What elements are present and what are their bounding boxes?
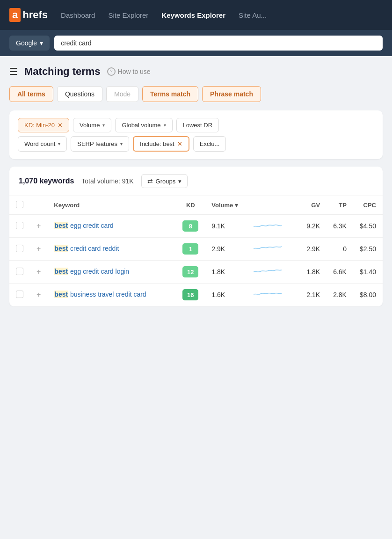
add-keyword-button-0[interactable]: + bbox=[36, 222, 41, 230]
col-header-kd: KD bbox=[176, 196, 205, 215]
keyword-link[interactable]: best credit card reddit bbox=[54, 245, 119, 252]
volume-chevron-icon: ▾ bbox=[102, 123, 105, 128]
word-count-filter-button[interactable]: Word count ▾ bbox=[18, 136, 67, 152]
nav-site-audit[interactable]: Site Au... bbox=[239, 11, 267, 19]
global-volume-filter-button[interactable]: Global volume ▾ bbox=[115, 118, 172, 132]
cpc-value: $4.50 bbox=[360, 222, 376, 230]
keyword-text: egg credit card bbox=[68, 222, 114, 229]
sparkline-chart bbox=[254, 244, 283, 253]
select-all-checkbox[interactable] bbox=[16, 201, 23, 208]
logo-a: a bbox=[9, 8, 21, 22]
search-engine-button[interactable]: Google ▾ bbox=[9, 36, 50, 51]
results-header: 1,070 keywords Total volume: 91K ⇄ Group… bbox=[9, 167, 383, 196]
keyword-link[interactable]: best business travel credit card bbox=[54, 291, 146, 298]
word-count-label: Word count bbox=[24, 140, 55, 147]
sparkline-cell bbox=[247, 261, 298, 284]
table-row: +best credit card reddit12.9K 2.9K0$2.50 bbox=[9, 238, 383, 261]
chevron-down-icon: ▾ bbox=[40, 39, 43, 47]
row-checkbox-2[interactable] bbox=[16, 268, 23, 275]
keyword-link[interactable]: best egg credit card bbox=[54, 222, 113, 229]
exclude-filter-button[interactable]: Exclu... bbox=[193, 136, 226, 152]
tab-all-terms[interactable]: All terms bbox=[9, 86, 53, 102]
search-input[interactable]: credit card bbox=[54, 36, 383, 51]
nav-keywords-explorer[interactable]: Keywords Explorer bbox=[161, 11, 225, 19]
volume-cell: 2.9K bbox=[211, 245, 240, 253]
serp-features-filter-button[interactable]: SERP features ▾ bbox=[71, 136, 129, 152]
groups-icon: ⇄ bbox=[147, 177, 153, 185]
keyword-highlight: best bbox=[54, 291, 68, 298]
include-filter-button[interactable]: Include: best ✕ bbox=[133, 136, 189, 152]
keyword-text: credit card reddit bbox=[68, 245, 119, 252]
volume-filter-label: Volume bbox=[80, 122, 100, 129]
page-header: ☰ Matching terms ? How to use bbox=[9, 66, 383, 78]
tab-terms-match[interactable]: Terms match bbox=[142, 86, 198, 102]
serp-features-label: SERP features bbox=[77, 140, 117, 147]
table-header-row: Keyword KD Volume ▾ GV TP CPC bbox=[9, 196, 383, 215]
volume-cell: 9.1K bbox=[211, 222, 240, 230]
volume-cell: 1.6K bbox=[211, 291, 240, 299]
volume-filter-button[interactable]: Volume ▾ bbox=[73, 118, 111, 132]
col-header-plus bbox=[30, 196, 47, 215]
word-count-chevron-icon: ▾ bbox=[58, 141, 60, 146]
keywords-table: Keyword KD Volume ▾ GV TP CPC +best egg … bbox=[9, 196, 383, 306]
keyword-text: egg credit card login bbox=[68, 268, 129, 275]
hamburger-icon[interactable]: ☰ bbox=[9, 66, 18, 77]
col-header-tp: TP bbox=[327, 196, 353, 215]
include-filter-clear[interactable]: ✕ bbox=[177, 140, 182, 147]
tp-value: 6.3K bbox=[333, 222, 347, 230]
main-content: ☰ Matching terms ? How to use All terms … bbox=[0, 56, 392, 306]
keyword-link[interactable]: best egg credit card login bbox=[54, 268, 129, 275]
groups-button[interactable]: ⇄ Groups ▾ bbox=[141, 174, 188, 188]
results-volume: Total volume: 91K bbox=[81, 177, 133, 185]
search-bar: Google ▾ credit card bbox=[0, 30, 392, 56]
logo[interactable]: a hrefs bbox=[9, 8, 48, 22]
row-checkbox-0[interactable] bbox=[16, 222, 23, 229]
groups-chevron-icon: ▾ bbox=[178, 178, 181, 185]
groups-label: Groups bbox=[156, 178, 176, 185]
cpc-value: $8.00 bbox=[360, 291, 376, 299]
keyword-text: business travel credit card bbox=[68, 291, 146, 298]
tp-value: 0 bbox=[343, 245, 347, 253]
gv-value: 2.9K bbox=[306, 245, 320, 253]
gv-value: 2.1K bbox=[306, 291, 320, 299]
lowest-dr-label: Lowest DR bbox=[183, 122, 213, 129]
volume-cell: 1.8K bbox=[211, 268, 240, 276]
serp-features-chevron-icon: ▾ bbox=[120, 141, 123, 146]
tab-questions[interactable]: Questions bbox=[57, 86, 102, 102]
row-checkbox-3[interactable] bbox=[16, 291, 23, 298]
add-keyword-button-3[interactable]: + bbox=[36, 291, 41, 299]
global-volume-label: Global volume bbox=[122, 122, 160, 129]
logo-hrefs: hrefs bbox=[22, 9, 48, 21]
tab-mode[interactable]: Mode bbox=[106, 86, 138, 102]
volume-value: 9.1K bbox=[211, 222, 225, 230]
nav-dashboard[interactable]: Dashboard bbox=[61, 11, 95, 19]
kd-badge: 12 bbox=[182, 266, 198, 277]
navigation: a hrefs Dashboard Site Explorer Keywords… bbox=[0, 0, 392, 30]
lowest-dr-filter-button[interactable]: Lowest DR bbox=[176, 118, 219, 132]
cpc-value: $2.50 bbox=[360, 245, 376, 253]
help-icon: ? bbox=[107, 67, 116, 76]
cpc-value: $1.40 bbox=[360, 268, 376, 276]
kd-badge: 1 bbox=[182, 243, 198, 255]
add-keyword-button-1[interactable]: + bbox=[36, 245, 41, 253]
tab-phrase-match[interactable]: Phrase match bbox=[202, 86, 261, 102]
include-filter-label: Include: best bbox=[140, 140, 174, 147]
filters-section: KD: Min-20 ✕ Volume ▾ Global volume ▾ Lo… bbox=[9, 110, 383, 159]
table-row: +best business travel credit card161.6K … bbox=[9, 284, 383, 306]
kd-badge: 8 bbox=[182, 220, 198, 232]
sparkline-chart bbox=[254, 290, 283, 299]
help-button[interactable]: ? How to use bbox=[107, 67, 151, 76]
add-keyword-button-2[interactable]: + bbox=[36, 268, 41, 276]
col-header-gv: GV bbox=[298, 196, 327, 215]
nav-items: Dashboard Site Explorer Keywords Explore… bbox=[61, 11, 267, 19]
exclude-filter-label: Exclu... bbox=[200, 140, 220, 147]
volume-value: 1.6K bbox=[211, 291, 225, 299]
nav-site-explorer[interactable]: Site Explorer bbox=[108, 11, 148, 19]
sparkline-cell bbox=[247, 215, 298, 238]
tp-value: 6.6K bbox=[333, 268, 347, 276]
col-header-volume[interactable]: Volume ▾ bbox=[205, 196, 247, 215]
kd-filter-button[interactable]: KD: Min-20 ✕ bbox=[18, 118, 69, 132]
kd-filter-clear[interactable]: ✕ bbox=[58, 122, 63, 129]
row-checkbox-1[interactable] bbox=[16, 245, 23, 252]
tp-value: 2.8K bbox=[333, 291, 347, 299]
